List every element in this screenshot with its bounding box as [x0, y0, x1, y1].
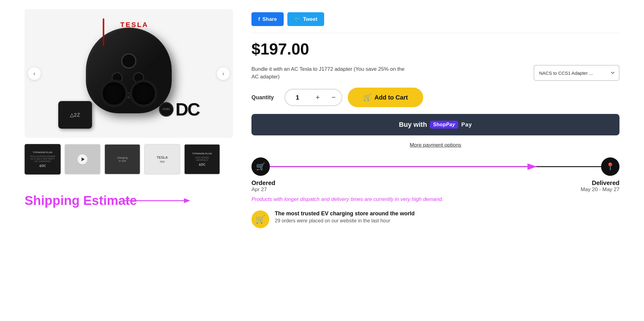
quantity-input[interactable] [285, 94, 310, 101]
dual-ports [100, 80, 157, 107]
cart-node-icon: 🛒 [256, 162, 265, 171]
timeline-track: 🛒 📍 [251, 157, 619, 176]
ordered-label-group: Ordered Apr 27 [251, 179, 275, 193]
more-payment-options[interactable]: More payment options [251, 142, 619, 148]
product-image-section: ‹ TESLA △2Z [25, 9, 233, 312]
trusted-cart-icon: 🛒 [255, 215, 265, 224]
ordered-date: Apr 27 [251, 187, 275, 193]
dc-branding: CCS1 DC [159, 99, 199, 119]
bundle-select-wrapper: NACS to CCS1 Adapter ... [534, 65, 619, 81]
quantity-label: Quantity [251, 94, 279, 101]
quantity-control: + − [285, 89, 342, 106]
twitter-icon: 🐦 [294, 16, 301, 22]
divider-1 [251, 33, 619, 33]
social-share-buttons: f Share 🐦 Tweet [251, 12, 619, 26]
thumbnail-4[interactable]: TESLAapp [144, 144, 180, 175]
timeline-node-delivered: 📍 [601, 157, 619, 176]
timeline-line [264, 166, 607, 167]
trusted-store-section: 🛒 The most trusted EV charging store aro… [251, 210, 619, 228]
cart-icon: 🛒 [363, 93, 371, 101]
quantity-increase-button[interactable]: + [310, 89, 326, 106]
add-to-cart-button[interactable]: 🛒 Add to Cart [348, 88, 423, 107]
facebook-icon: f [258, 16, 260, 22]
bundle-section: Bundle it with an AC Tesla to J1772 adap… [251, 65, 619, 81]
carrying-case: △2Z [58, 101, 92, 129]
thumbnail-1[interactable]: TYPHOON PLUG TESLA SUPERCHARGERDC & NACS… [25, 144, 61, 175]
timeline-labels: Ordered Apr 27 Delivered May 20 - May 27 [251, 179, 619, 193]
tweet-button[interactable]: 🐦 Tweet [287, 12, 324, 26]
bundle-select[interactable]: NACS to CCS1 Adapter ... [534, 65, 619, 81]
delivered-label-group: Delivered May 20 - May 27 [581, 179, 619, 193]
location-node-icon: 📍 [606, 162, 615, 171]
thumbnail-2[interactable] [64, 144, 101, 175]
timeline-node-ordered: 🛒 [251, 157, 270, 176]
svg-marker-1 [184, 198, 190, 203]
play-button[interactable] [78, 154, 87, 164]
trusted-subtitle: 29 orders were placed on our website in … [275, 218, 390, 223]
share-button[interactable]: f Share [251, 12, 284, 26]
thumbnail-row: TYPHOON PLUG TESLA SUPERCHARGERDC & NACS… [25, 144, 233, 175]
thumbnail-5[interactable]: TYPHOON PLUG HIGH GRADEMATERIALS &DC [184, 144, 220, 175]
shipping-annotation: Shipping Estimate [25, 193, 233, 208]
trusted-title: The most trusted EV charging store aroun… [275, 210, 415, 217]
image-prev-arrow[interactable]: ‹ [28, 67, 41, 80]
ordered-label: Ordered [251, 179, 275, 187]
thumbnail-3[interactable]: chargingin use [104, 144, 140, 175]
image-next-arrow[interactable]: › [217, 67, 230, 80]
main-product-image: ‹ TESLA △2Z [25, 9, 233, 138]
demand-warning: Products with longer dispatch and delive… [251, 196, 619, 202]
product-visual: TESLA △2Z [55, 15, 202, 132]
cable-visual [103, 18, 104, 46]
product-detail-section: f Share 🐦 Tweet $197.00 Bundle it with a… [251, 9, 619, 312]
shop-pay-badge: ShopPay [430, 121, 458, 129]
quantity-add-section: Quantity + − 🛒 Add to Cart [251, 88, 619, 107]
bundle-description: Bundle it with an AC Tesla to J1772 adap… [251, 65, 405, 81]
quantity-decrease-button[interactable]: − [326, 89, 342, 106]
trusted-text-group: The most trusted EV charging store aroun… [275, 210, 415, 224]
delivered-label: Delivered [581, 179, 619, 187]
delivered-date: May 20 - May 27 [581, 187, 619, 193]
shipping-timeline-section: 🛒 📍 Ordered Apr 27 Delivered May 20 - Ma… [251, 157, 619, 202]
buy-now-button[interactable]: Buy with ShopPay Pay [251, 114, 619, 135]
trusted-cart-badge: 🛒 [251, 210, 269, 228]
shipping-arrow-svg [123, 197, 190, 204]
product-price: $197.00 [251, 40, 619, 58]
shop-pay-logo: Pay [461, 122, 472, 128]
